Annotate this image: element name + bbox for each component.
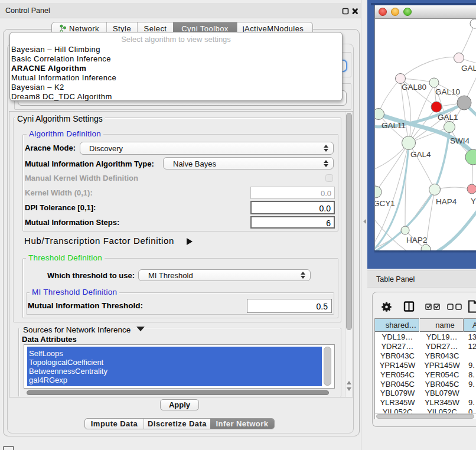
- svg-text:HAP2: HAP2: [406, 236, 427, 244]
- svg-text:HAP4: HAP4: [436, 197, 457, 206]
- svg-text:GAL4: GAL4: [410, 150, 431, 159]
- svg-text:GAL11: GAL11: [382, 121, 406, 130]
- svg-text:GCY1: GCY1: [374, 199, 395, 208]
- svg-text:GAL1: GAL1: [438, 113, 458, 122]
- svg-text:GAL80: GAL80: [402, 83, 426, 92]
- svg-text:GAL10: GAL10: [435, 87, 460, 96]
- svg-text:Y: Y: [471, 197, 476, 206]
- svg-text:GAL: GAL: [461, 64, 476, 73]
- svg-text:SWI4: SWI4: [450, 136, 470, 145]
